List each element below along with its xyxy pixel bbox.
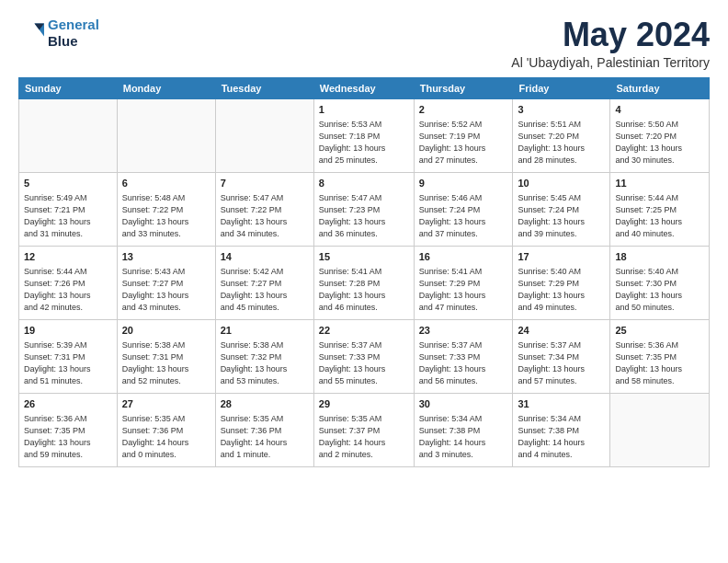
header: General Blue May 2024 Al 'Ubaydiyah, Pal… [18,17,710,70]
table-row: 5Sunrise: 5:49 AM Sunset: 7:21 PM Daylig… [19,172,118,246]
day-number: 14 [221,250,309,264]
table-row [215,98,313,172]
table-row: 26Sunrise: 5:36 AM Sunset: 7:35 PM Dayli… [19,393,118,466]
col-wednesday: Wednesday [313,77,414,98]
day-info: Sunrise: 5:41 AM Sunset: 7:28 PM Dayligh… [319,266,409,314]
day-info: Sunrise: 5:35 AM Sunset: 7:37 PM Dayligh… [319,413,409,461]
logo-text: General Blue [48,17,99,50]
day-info: Sunrise: 5:36 AM Sunset: 7:35 PM Dayligh… [24,413,112,461]
table-row: 27Sunrise: 5:35 AM Sunset: 7:36 PM Dayli… [117,393,215,466]
col-monday: Monday [117,77,215,98]
day-number: 1 [319,103,409,117]
day-info: Sunrise: 5:37 AM Sunset: 7:33 PM Dayligh… [319,339,409,387]
table-row [117,98,215,172]
table-row: 11Sunrise: 5:44 AM Sunset: 7:25 PM Dayli… [610,172,710,246]
calendar-table: Sunday Monday Tuesday Wednesday Thursday… [18,77,710,467]
location-title: Al 'Ubaydiyah, Palestinian Territory [511,55,710,70]
day-info: Sunrise: 5:35 AM Sunset: 7:36 PM Dayligh… [122,413,210,461]
table-row: 13Sunrise: 5:43 AM Sunset: 7:27 PM Dayli… [117,246,215,319]
day-number: 10 [518,177,605,190]
day-number: 11 [615,177,704,190]
table-row: 9Sunrise: 5:46 AM Sunset: 7:24 PM Daylig… [414,172,513,246]
table-row: 28Sunrise: 5:35 AM Sunset: 7:36 PM Dayli… [215,393,313,466]
table-row: 14Sunrise: 5:42 AM Sunset: 7:27 PM Dayli… [215,246,313,319]
day-number: 30 [419,397,508,411]
day-info: Sunrise: 5:37 AM Sunset: 7:34 PM Dayligh… [518,339,605,387]
day-info: Sunrise: 5:38 AM Sunset: 7:32 PM Dayligh… [221,339,309,387]
day-number: 31 [518,397,605,411]
day-info: Sunrise: 5:42 AM Sunset: 7:27 PM Dayligh… [221,266,309,314]
day-number: 2 [419,103,508,117]
day-info: Sunrise: 5:48 AM Sunset: 7:22 PM Dayligh… [122,192,210,240]
day-info: Sunrise: 5:44 AM Sunset: 7:26 PM Dayligh… [24,266,112,314]
month-title: May 2024 [511,17,710,53]
table-row [610,393,710,466]
calendar-week-row: 12Sunrise: 5:44 AM Sunset: 7:26 PM Dayli… [19,246,710,319]
table-row: 8Sunrise: 5:47 AM Sunset: 7:23 PM Daylig… [313,172,414,246]
table-row: 4Sunrise: 5:50 AM Sunset: 7:20 PM Daylig… [610,98,710,172]
day-info: Sunrise: 5:51 AM Sunset: 7:20 PM Dayligh… [518,119,605,167]
day-number: 12 [24,250,112,264]
calendar-header-row: Sunday Monday Tuesday Wednesday Thursday… [19,77,710,98]
table-row [19,98,118,172]
day-number: 17 [518,250,605,264]
table-row: 24Sunrise: 5:37 AM Sunset: 7:34 PM Dayli… [513,319,610,393]
day-number: 9 [419,177,508,190]
day-number: 5 [24,177,112,190]
calendar-week-row: 26Sunrise: 5:36 AM Sunset: 7:35 PM Dayli… [19,393,710,466]
day-info: Sunrise: 5:45 AM Sunset: 7:24 PM Dayligh… [518,192,605,240]
day-number: 18 [615,250,704,264]
table-row: 18Sunrise: 5:40 AM Sunset: 7:30 PM Dayli… [610,246,710,319]
day-number: 27 [122,397,210,411]
day-info: Sunrise: 5:47 AM Sunset: 7:23 PM Dayligh… [319,192,409,240]
table-row: 12Sunrise: 5:44 AM Sunset: 7:26 PM Dayli… [19,246,118,319]
table-row: 21Sunrise: 5:38 AM Sunset: 7:32 PM Dayli… [215,319,313,393]
logo: General Blue [18,17,99,50]
table-row: 29Sunrise: 5:35 AM Sunset: 7:37 PM Dayli… [313,393,414,466]
day-info: Sunrise: 5:47 AM Sunset: 7:22 PM Dayligh… [221,192,309,240]
day-number: 3 [518,103,605,117]
day-number: 20 [122,324,210,338]
calendar-page: General Blue May 2024 Al 'Ubaydiyah, Pal… [0,0,728,563]
table-row: 16Sunrise: 5:41 AM Sunset: 7:29 PM Dayli… [414,246,513,319]
day-info: Sunrise: 5:40 AM Sunset: 7:30 PM Dayligh… [615,266,704,314]
table-row: 25Sunrise: 5:36 AM Sunset: 7:35 PM Dayli… [610,319,710,393]
day-info: Sunrise: 5:52 AM Sunset: 7:19 PM Dayligh… [419,119,508,167]
day-number: 29 [319,397,409,411]
day-info: Sunrise: 5:34 AM Sunset: 7:38 PM Dayligh… [419,413,508,461]
table-row: 2Sunrise: 5:52 AM Sunset: 7:19 PM Daylig… [414,98,513,172]
day-number: 19 [24,324,112,338]
logo-icon [18,20,44,46]
table-row: 31Sunrise: 5:34 AM Sunset: 7:38 PM Dayli… [513,393,610,466]
table-row: 19Sunrise: 5:39 AM Sunset: 7:31 PM Dayli… [19,319,118,393]
day-info: Sunrise: 5:39 AM Sunset: 7:31 PM Dayligh… [24,339,112,387]
table-row: 30Sunrise: 5:34 AM Sunset: 7:38 PM Dayli… [414,393,513,466]
day-number: 25 [615,324,704,338]
day-info: Sunrise: 5:37 AM Sunset: 7:33 PM Dayligh… [419,339,508,387]
day-info: Sunrise: 5:38 AM Sunset: 7:31 PM Dayligh… [122,339,210,387]
day-number: 23 [419,324,508,338]
day-number: 6 [122,177,210,190]
table-row: 7Sunrise: 5:47 AM Sunset: 7:22 PM Daylig… [215,172,313,246]
day-info: Sunrise: 5:43 AM Sunset: 7:27 PM Dayligh… [122,266,210,314]
table-row: 6Sunrise: 5:48 AM Sunset: 7:22 PM Daylig… [117,172,215,246]
day-number: 16 [419,250,508,264]
calendar-week-row: 5Sunrise: 5:49 AM Sunset: 7:21 PM Daylig… [19,172,710,246]
table-row: 10Sunrise: 5:45 AM Sunset: 7:24 PM Dayli… [513,172,610,246]
day-info: Sunrise: 5:53 AM Sunset: 7:18 PM Dayligh… [319,119,409,167]
day-info: Sunrise: 5:46 AM Sunset: 7:24 PM Dayligh… [419,192,508,240]
table-row: 23Sunrise: 5:37 AM Sunset: 7:33 PM Dayli… [414,319,513,393]
day-info: Sunrise: 5:36 AM Sunset: 7:35 PM Dayligh… [615,339,704,387]
day-info: Sunrise: 5:40 AM Sunset: 7:29 PM Dayligh… [518,266,605,314]
col-friday: Friday [513,77,610,98]
table-row: 15Sunrise: 5:41 AM Sunset: 7:28 PM Dayli… [313,246,414,319]
day-number: 24 [518,324,605,338]
table-row: 3Sunrise: 5:51 AM Sunset: 7:20 PM Daylig… [513,98,610,172]
col-saturday: Saturday [610,77,710,98]
day-number: 4 [615,103,704,117]
day-number: 7 [221,177,309,190]
col-sunday: Sunday [19,77,118,98]
day-number: 26 [24,397,112,411]
calendar-week-row: 19Sunrise: 5:39 AM Sunset: 7:31 PM Dayli… [19,319,710,393]
day-info: Sunrise: 5:49 AM Sunset: 7:21 PM Dayligh… [24,192,112,240]
